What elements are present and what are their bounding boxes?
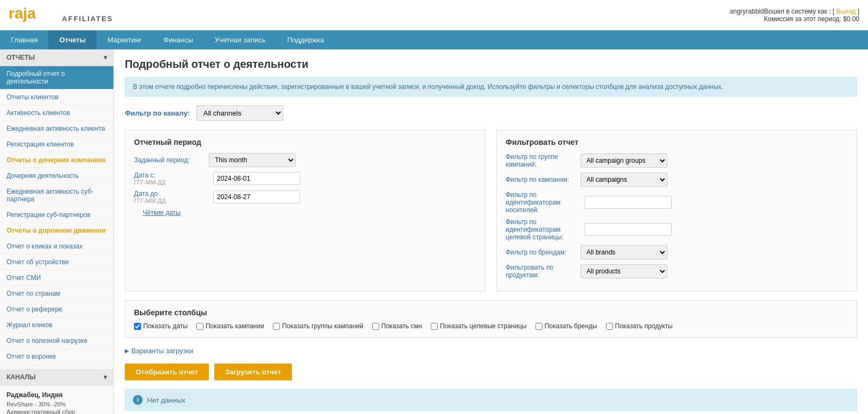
preset-select[interactable]: This month Last month This year Custom (209, 153, 296, 167)
show-report-button[interactable]: Отобразить отчет (125, 364, 209, 380)
checkbox-campaign-groups[interactable]: Показать группы кампаний (273, 322, 363, 330)
channel-filter-select[interactable]: All channels (196, 105, 283, 121)
checkbox-media-label: Показать смн (381, 322, 422, 330)
checkbox-brands-label: Показать бренды (545, 322, 597, 330)
nav-home[interactable]: Главная (0, 30, 48, 49)
sidebar-item-clicks-shows[interactable]: Отчет о кликах и показах (0, 239, 113, 254)
logo-text: raja AFFILIATES (9, 3, 113, 27)
sidebar-channels-header: КАНАЛЫ ▾ (0, 369, 113, 386)
page-body: ОТЧЕТЫ ▾ Подробный отчет о деятельности … (0, 49, 868, 414)
checkbox-brands[interactable]: Показать бренды (535, 322, 597, 330)
campaign-group-label: Фильтр по группе кампаний: (506, 153, 576, 168)
download-toggle[interactable]: Варианты загрузки (125, 347, 857, 355)
date-from-row: Дата с: ГГГ-ММ-ДД (134, 171, 476, 186)
channel-admin: Административный сбор (7, 409, 107, 414)
main-content: Подробный отчет о деятельности В этом от… (114, 49, 868, 414)
page-title: Подробный отчет о деятельности (125, 58, 857, 71)
sidebar-item-sub-activity[interactable]: Дочерняя деятельность (0, 168, 113, 184)
sidebar-item-device[interactable]: Отчет об устройстве (0, 254, 113, 270)
sidebar-item-client-activity[interactable]: Активность клиентов (0, 105, 113, 121)
date-to-label: Дата до (134, 190, 205, 198)
date-to-hint: ГГГ-ММ-ДД (134, 198, 205, 204)
top-header: raja AFFILIATES angryrabbidВошел в систе… (0, 0, 868, 30)
sidebar-item-traffic[interactable]: Отчеты о дорожном движении (0, 223, 113, 239)
channel-filter-label: Фильтр по каналу: (125, 109, 190, 117)
brand-label: Фильтр по брендам: (506, 249, 576, 256)
date-to-input[interactable] (213, 190, 300, 203)
checkbox-campaigns-label: Показать кампании (206, 322, 264, 330)
user-info: angryrabbidВошел в систему как : [ Выход… (730, 8, 859, 23)
columns-title: Выберите столбцы (134, 308, 848, 317)
nav-marketing[interactable]: Маркетинг (97, 30, 152, 49)
products-select[interactable]: All products (580, 264, 667, 278)
checkbox-media[interactable]: Показать смн (372, 322, 422, 330)
checkbox-products-input[interactable] (606, 323, 613, 330)
checkbox-landing[interactable]: Показать целевые страницы (431, 322, 527, 330)
sidebar-item-daily-client-activity[interactable]: Ежедневная активность клиента (0, 121, 113, 137)
brand-row: Фильтр по брендам: All brands (506, 245, 848, 259)
checkbox-campaigns[interactable]: Показать кампании (196, 322, 264, 330)
info-icon: i (133, 395, 143, 405)
clear-dates-link[interactable]: Чёткие даты (143, 209, 181, 216)
checkbox-landing-input[interactable] (431, 323, 438, 330)
checkbox-brands-input[interactable] (535, 323, 542, 330)
filters-grid: Отчетный период Заданный период: This mo… (125, 130, 857, 291)
campaign-select[interactable]: All campaigns (580, 173, 667, 187)
media-input[interactable] (585, 196, 672, 209)
checkbox-dates-input[interactable] (134, 323, 141, 330)
checkbox-dates-label: Показать даты (143, 322, 188, 330)
sidebar-item-funnel[interactable]: Отчет о воронке (0, 349, 113, 365)
brand-select[interactable]: All brands (580, 245, 667, 259)
media-row: Фильтр по идентификаторам носителей: (506, 191, 848, 214)
checkbox-campaigns-input[interactable] (196, 323, 203, 330)
sidebar-item-client-registration[interactable]: Регистрация клиентов (0, 137, 113, 152)
no-data-row: i Нет данных (125, 389, 857, 411)
channel-revshare: RevShare - 30% -20% (7, 401, 107, 407)
sidebar-item-daily-sub-activity[interactable]: Ежедневная активность суб-партнера (0, 184, 113, 207)
sidebar-item-sub-registrations[interactable]: Регистрации суб-партнеров (0, 207, 113, 223)
preset-row: Заданный период: This month Last month T… (134, 153, 476, 167)
logout-link[interactable]: Выход (836, 8, 856, 15)
sidebar-item-click-log[interactable]: Журнал кликов (0, 317, 113, 333)
sidebar-item-detail-report[interactable]: Подробный отчет о деятельности (0, 66, 113, 90)
channel-filter-row: Фильтр по каналу: All channels (125, 105, 857, 121)
no-data-text: Нет данных (147, 396, 186, 404)
channel-block: Раджабец, Индия RevShare - 30% -20% Адми… (0, 386, 113, 414)
sidebar: ОТЧЕТЫ ▾ Подробный отчет о деятельности … (0, 49, 114, 414)
sidebar-item-sub-companies[interactable]: Отчеты о дочерних компаниях (0, 152, 113, 168)
checkbox-row: Показать даты Показать кампании Показать… (134, 322, 848, 330)
sidebar-item-client-reports[interactable]: Отчеты клиентов (0, 90, 113, 105)
campaign-group-select[interactable]: All campaign groups (580, 154, 667, 168)
download-section: Варианты загрузки (125, 347, 857, 355)
checkbox-products[interactable]: Показать продукты (606, 322, 673, 330)
svg-text:raja: raja (9, 5, 36, 22)
checkbox-campaign-groups-label: Показать группы кампаний (282, 322, 363, 330)
checkbox-dates[interactable]: Показать даты (134, 322, 188, 330)
sidebar-reports-header: ОТЧЕТЫ ▾ (0, 49, 113, 66)
landing-label: Фильтр по идентификаторам целевой страни… (506, 218, 576, 241)
sidebar-item-countries[interactable]: Отчет по странам (0, 286, 113, 302)
checkbox-campaign-groups-input[interactable] (273, 323, 280, 330)
preset-label: Заданный период: (134, 156, 205, 164)
logo-affiliates: AFFILIATES (62, 15, 113, 23)
sidebar-item-payload[interactable]: Отчет о полезной нагрузке (0, 333, 113, 349)
sidebar-item-media[interactable]: Отчет СМИ (0, 270, 113, 286)
nav-account[interactable]: Учетная запись (204, 30, 277, 49)
date-to-row: Дата до ГГГ-ММ-ДД (134, 190, 476, 204)
action-buttons: Отобразить отчет Загрузить отчет (125, 364, 857, 380)
checkbox-products-label: Показать продукты (615, 322, 673, 330)
nav-support[interactable]: Поддержка (276, 30, 335, 49)
download-report-button[interactable]: Загрузить отчет (214, 364, 292, 380)
landing-input[interactable] (585, 223, 672, 236)
media-label: Фильтр по идентификаторам носителей: (506, 191, 576, 214)
checkbox-media-input[interactable] (372, 323, 379, 330)
sidebar-item-referer[interactable]: Отчет о реферере (0, 302, 113, 317)
period-section-title: Отчетный период (134, 138, 476, 147)
columns-section: Выберите столбцы Показать даты Показать … (125, 300, 857, 338)
checkbox-landing-label: Показать целевые страницы (440, 322, 527, 330)
nav-reports[interactable]: Отчеты (48, 30, 97, 49)
nav-finances[interactable]: Финансы (152, 30, 204, 49)
period-section: Отчетный период Заданный период: This mo… (125, 130, 486, 291)
channel-title: Раджабец, Индия (7, 391, 107, 399)
date-from-input[interactable] (213, 172, 300, 185)
